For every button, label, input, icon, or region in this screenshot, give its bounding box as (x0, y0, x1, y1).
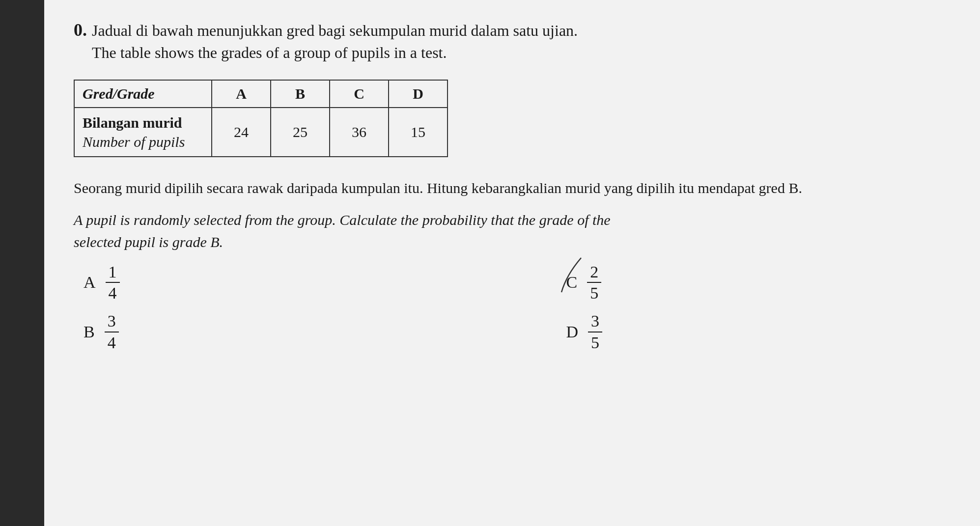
option-A-numerator: 1 (106, 263, 120, 283)
option-D-denominator: 5 (588, 332, 602, 352)
selected-mark-icon (557, 255, 586, 295)
followup-english-2: selected pupil is grade B. (74, 234, 223, 250)
option-D-letter: D (566, 323, 579, 341)
grade-table: Gred/Grade A B C D Bilangan murid Number… (74, 80, 448, 157)
page-container: 0. Jadual di bawah menunjukkan gred bagi… (0, 0, 980, 526)
option-C-denominator: 5 (587, 283, 601, 302)
grade-table-container: Gred/Grade A B C D Bilangan murid Number… (74, 80, 951, 157)
row-label: Bilangan murid Number of pupils (74, 108, 212, 157)
option-B[interactable]: B 3 4 (84, 312, 468, 352)
option-B-numerator: 3 (105, 312, 119, 332)
grade-D: D (389, 80, 448, 108)
value-D: 15 (389, 108, 448, 157)
grade-A: A (212, 80, 271, 108)
option-C-fraction: 2 5 (587, 263, 601, 303)
followup-malay: Seorang murid dipilih secara rawak darip… (74, 177, 951, 199)
question-malay: Jadual di bawah menunjukkan gred bagi se… (92, 20, 578, 42)
options-container: A 1 4 C 2 5 B (74, 263, 951, 352)
option-B-fraction: 3 4 (105, 312, 119, 352)
value-A: 24 (212, 108, 271, 157)
option-D-numerator: 3 (588, 312, 602, 332)
followup-english-block: A pupil is randomly selected from the gr… (74, 209, 951, 253)
followup-english-1: A pupil is randomly selected from the gr… (74, 212, 611, 228)
question-header: 0. Jadual di bawah menunjukkan gred bagi… (74, 20, 951, 64)
question-text-block: Jadual di bawah menunjukkan gred bagi se… (92, 20, 578, 64)
option-B-letter: B (84, 323, 95, 341)
grade-C: C (330, 80, 389, 108)
option-D[interactable]: D 3 5 (566, 312, 951, 352)
option-A-denominator: 4 (106, 283, 120, 302)
table-data-row: Bilangan murid Number of pupils 24 25 36… (74, 108, 448, 157)
value-B: 25 (271, 108, 330, 157)
option-A-letter: A (84, 273, 96, 292)
option-D-fraction: 3 5 (588, 312, 602, 352)
row-label-english: Number of pupils (83, 132, 192, 151)
option-C[interactable]: C 2 5 (566, 263, 951, 303)
option-C-numerator: 2 (587, 263, 601, 283)
content-area: 0. Jadual di bawah menunjukkan gred bagi… (44, 0, 980, 526)
option-B-denominator: 4 (105, 332, 119, 352)
grade-B: B (271, 80, 330, 108)
header-label: Gred/Grade (74, 80, 212, 108)
question-english: The table shows the grades of a group of… (92, 42, 578, 64)
option-A-fraction: 1 4 (106, 263, 120, 303)
value-C: 36 (330, 108, 389, 157)
question-number: 0. (74, 20, 87, 40)
table-header-row: Gred/Grade A B C D (74, 80, 448, 108)
left-bar (0, 0, 44, 526)
followup-malay-text: Seorang murid dipilih secara rawak darip… (74, 180, 802, 196)
option-A[interactable]: A 1 4 (84, 263, 468, 303)
row-label-malay: Bilangan murid (83, 113, 192, 132)
